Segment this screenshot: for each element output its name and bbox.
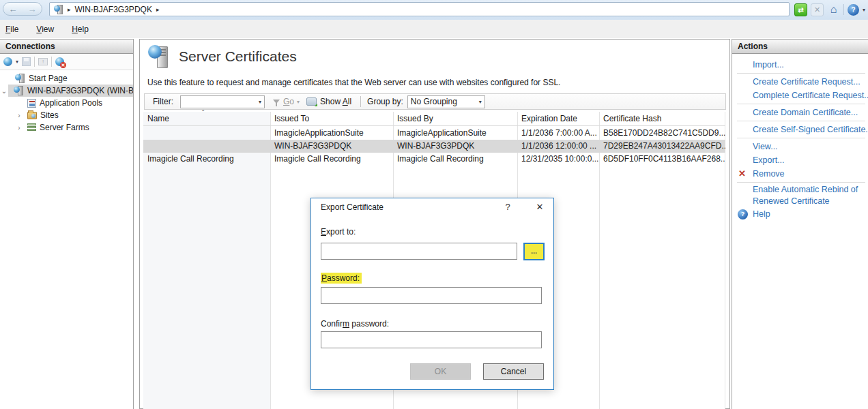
actions-header: Actions [732, 40, 868, 54]
nav-buttons: ← → [3, 2, 42, 16]
breadcrumb-arrow-icon[interactable]: ▸ [68, 6, 71, 13]
go-button[interactable]: Go [283, 97, 294, 106]
filter-label: Filter: [153, 97, 173, 106]
action-complete-certificate-request[interactable]: Complete Certificate Request... [732, 89, 868, 102]
go-dropdown-icon[interactable]: ▾ [297, 99, 300, 105]
group-by-select[interactable]: No Grouping▾ [407, 95, 485, 108]
expander-expanded-icon[interactable]: ⌄ [0, 87, 8, 95]
feature-description: Use this feature to request and manage c… [147, 78, 560, 87]
column-header-expiration-date[interactable]: Expiration Date [517, 112, 599, 125]
confirm-password-input[interactable] [321, 331, 542, 348]
titlebar: ← → ▸ WIN-BJAF3G3PDQK ▸ ⇄ ✕ ⌂ ? ▾ [0, 0, 868, 20]
help-icon: ? [738, 209, 748, 219]
ok-button: OK [410, 363, 471, 380]
sites-icon [27, 112, 37, 119]
toolbar-divider [360, 96, 361, 107]
password-label: Password: [321, 273, 362, 283]
help-icon[interactable]: ? [848, 4, 859, 16]
filter-toolbar: Filter: ▾ Go ▾ Show All Group by: No Gro… [144, 93, 726, 110]
application-pools-icon [27, 99, 36, 108]
show-all-icon [306, 97, 317, 106]
action-import[interactable]: Import... [732, 58, 868, 72]
browse-button[interactable]: ... [523, 243, 545, 260]
connections-header: Connections [0, 40, 133, 54]
back-icon[interactable]: ← [9, 5, 18, 14]
close-icon[interactable]: ✕ [533, 202, 547, 212]
password-input[interactable] [321, 287, 542, 304]
menu-file[interactable]: File [5, 25, 18, 34]
dialog-help-icon[interactable]: ? [502, 202, 514, 212]
action-create-domain-certificate[interactable]: Create Domain Certificate... [732, 106, 868, 119]
connections-panel: Connections ▾ ↑ ✕ Start Page ⌄ WIN-BJAF3… [0, 39, 134, 409]
tree-item-server-farms[interactable]: › Server Farms [0, 121, 133, 134]
menu-view[interactable]: View [36, 25, 54, 34]
tree-item-application-pools[interactable]: Application Pools [0, 97, 133, 109]
column-header-name[interactable]: Name [143, 112, 270, 125]
start-page-icon [15, 74, 25, 83]
show-all-button[interactable]: Show All [320, 97, 351, 106]
table-row[interactable]: ImagicleApplicationSuite ImagicleApplica… [143, 127, 725, 140]
tree-item-start-page[interactable]: Start Page [0, 72, 133, 85]
actions-panel: Actions Import... Create Certificate Req… [732, 39, 868, 409]
confirm-password-label: Confirm password: [321, 319, 389, 329]
toolbar-divider [34, 57, 35, 67]
breadcrumb-arrow-icon[interactable]: ▸ [156, 6, 160, 13]
action-help[interactable]: ?Help [732, 207, 868, 221]
delete-connection-icon[interactable]: ✕ [55, 57, 64, 66]
export-to-label: Export to: [321, 227, 356, 237]
refresh-icon[interactable]: ⇄ [794, 3, 807, 16]
remove-x-icon: ✕ [738, 169, 746, 178]
export-certificate-dialog: Export Certificate ? ✕ Export to: ... Pa… [310, 198, 554, 390]
expander-collapsed-icon[interactable]: › [15, 112, 23, 119]
actions-divider [737, 138, 865, 138]
expander-collapsed-icon[interactable]: › [15, 124, 23, 132]
column-header-issued-by[interactable]: Issued By [393, 112, 517, 125]
toolbar-divider [51, 57, 52, 67]
list-header: Name Issued To Issued By Expiration Date… [143, 112, 725, 126]
action-create-certificate-request[interactable]: Create Certificate Request... [732, 75, 868, 89]
action-view[interactable]: View... [732, 140, 868, 153]
tree-item-sites[interactable]: › Sites [0, 109, 133, 121]
dialog-titlebar: Export Certificate [311, 198, 553, 216]
server-certificates-icon [148, 45, 173, 70]
menu-help[interactable]: Help [72, 25, 89, 34]
forward-icon[interactable]: → [28, 5, 37, 14]
cancel-button[interactable]: Cancel [483, 363, 544, 380]
group-by-label: Group by: [367, 97, 403, 106]
connections-tree: Start Page ⌄ WIN-BJAF3G3PDQK (WIN-BJA Ap… [0, 70, 133, 134]
home-icon[interactable]: ⌂ [827, 3, 840, 16]
address-bar[interactable]: ▸ WIN-BJAF3G3PDQK ▸ [49, 2, 790, 16]
titlebar-buttons: ⇄ ✕ ⌂ ? ▾ [794, 2, 865, 17]
server-icon [14, 86, 24, 95]
stop-icon: ✕ [811, 3, 824, 16]
tree-item-server[interactable]: ⌄ WIN-BJAF3G3PDQK (WIN-BJA [0, 85, 133, 97]
create-connection-icon[interactable] [3, 57, 12, 66]
actions-divider [737, 121, 865, 121]
export-to-input[interactable] [321, 243, 517, 260]
table-row-selected[interactable]: WIN-BJAF3G3PDQK WIN-BJAF3G3PDQK 1/1/2036… [143, 140, 725, 153]
actions-divider [737, 104, 865, 104]
iis-server-icon [54, 5, 63, 14]
server-farms-icon [27, 123, 36, 132]
menubar: File View Help [0, 20, 868, 38]
actions-divider [737, 73, 865, 74]
create-connection-dropdown-icon[interactable]: ▾ [16, 59, 18, 65]
chevron-down-icon: ▾ [479, 99, 482, 105]
chevron-down-icon: ▾ [259, 99, 261, 105]
breadcrumb[interactable]: WIN-BJAF3G3PDQK [75, 5, 152, 14]
action-create-self-signed-certificate[interactable]: Create Self-Signed Certificate... [732, 123, 868, 136]
up-icon: ↑ [38, 58, 48, 65]
actions-divider [737, 182, 865, 183]
filter-go-icon [273, 100, 280, 104]
column-header-certificate-hash[interactable]: Certificate Hash [599, 112, 725, 125]
connections-toolbar: ▾ ↑ ✕ [0, 54, 133, 70]
help-dropdown-icon[interactable]: ▾ [863, 7, 865, 13]
action-remove[interactable]: ✕Remove [732, 167, 868, 181]
action-enable-automatic-rebind[interactable]: Enable Automatic Rebind of Renewed Certi… [732, 184, 868, 207]
filter-input[interactable]: ▾ [180, 95, 265, 108]
table-row[interactable]: Imagicle Call Recording Imagicle Call Re… [143, 153, 725, 166]
dialog-title: Export Certificate [321, 202, 384, 212]
column-header-issued-to[interactable]: Issued To [270, 112, 393, 125]
save-connections-icon [22, 57, 31, 66]
action-export[interactable]: Export... [732, 153, 868, 167]
